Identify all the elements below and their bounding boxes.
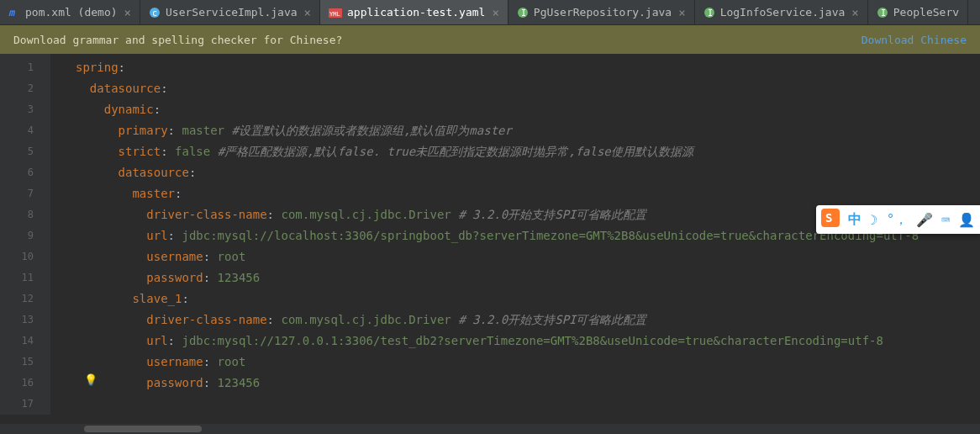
line-number: 2 (0, 78, 50, 99)
code-line[interactable]: driver-class-name: com.mysql.cj.jdbc.Dri… (76, 310, 919, 331)
tab-label: application-test.yaml (347, 6, 485, 19)
line-number: 10 (0, 246, 50, 267)
close-icon[interactable]: × (678, 6, 685, 19)
code-line[interactable]: url: jdbc:mysql://127.0.0.1:3306/test_db… (76, 331, 919, 352)
svg-text:I: I (521, 8, 526, 18)
line-gutter: 1234567891011121314151617 (0, 54, 50, 415)
code-line[interactable]: datasource: (76, 78, 919, 99)
tab-bar: m pom.xml (demo) × c UserServiceImpl.jav… (0, 0, 980, 25)
code-line[interactable] (76, 394, 919, 415)
code-editor[interactable]: 1234567891011121314151617 spring: dataso… (0, 54, 980, 415)
tab-userservice[interactable]: c UserServiceImpl.java × (140, 0, 320, 24)
code-area[interactable]: spring: datasource: dynamic: primary: ma… (50, 54, 919, 415)
code-line[interactable]: password: 123456 (76, 373, 919, 394)
code-line[interactable]: spring: (76, 57, 919, 78)
line-number: 11 (0, 267, 50, 288)
tab-application-test[interactable]: YML application-test.yaml × (320, 0, 508, 24)
tab-pguserrepo[interactable]: I PgUserRepository.java × (508, 0, 695, 24)
maven-icon: m (8, 7, 20, 19)
tab-peopleserv[interactable]: I PeopleServ (868, 0, 968, 24)
code-line[interactable]: datasource: (76, 162, 919, 183)
punctuation-icon[interactable]: °， (887, 211, 909, 229)
svg-text:I: I (708, 8, 713, 18)
banner-message: Download grammar and spelling checker fo… (13, 34, 342, 46)
horizontal-scrollbar[interactable] (0, 424, 980, 434)
banner-action-link[interactable]: Download Chinese (861, 34, 967, 46)
code-line[interactable]: master: (76, 183, 919, 204)
sogou-logo-icon: S (821, 209, 840, 230)
svg-text:YML: YML (329, 11, 340, 18)
line-number: 7 (0, 183, 50, 204)
code-line[interactable]: driver-class-name: com.mysql.cj.jdbc.Dri… (76, 204, 919, 225)
line-number: 8 (0, 204, 50, 225)
keyboard-icon[interactable]: ⌨ (941, 212, 950, 228)
line-number: 13 (0, 310, 50, 331)
yaml-icon: YML (329, 7, 342, 19)
code-line[interactable]: slave_1: (76, 288, 919, 310)
close-icon[interactable]: × (492, 6, 498, 19)
line-number: 5 (0, 141, 50, 162)
java-interface-icon: I (877, 7, 888, 19)
close-icon[interactable]: × (124, 6, 131, 19)
close-icon[interactable]: × (851, 6, 858, 19)
tab-label: PeopleServ (893, 6, 959, 19)
code-line[interactable]: url: jdbc:mysql://localhost:3306/springb… (76, 225, 919, 246)
code-line[interactable]: strict: false #严格匹配数据源,默认false. true未匹配到… (76, 141, 919, 162)
svg-text:c: c (152, 8, 157, 18)
scrollbar-thumb[interactable] (84, 426, 202, 432)
notification-banner: Download grammar and spelling checker fo… (0, 25, 980, 54)
code-line[interactable]: username: root (76, 246, 919, 267)
code-line[interactable]: password: 123456 (76, 267, 919, 288)
java-class-icon: c (149, 7, 161, 19)
svg-text:m: m (8, 7, 16, 19)
line-number: 14 (0, 331, 50, 352)
code-line[interactable]: dynamic: (76, 99, 919, 120)
svg-text:I: I (881, 8, 886, 18)
line-number: 9 (0, 225, 50, 246)
user-icon[interactable]: 👤 (958, 212, 975, 228)
ime-lang-indicator[interactable]: 中 (848, 211, 861, 229)
code-line[interactable]: primary: master #设置默认的数据源或者数据源组,默认值即为mas… (76, 120, 919, 141)
moon-icon[interactable]: ☽ (870, 212, 878, 228)
line-number: 3 (0, 99, 50, 120)
svg-text:S: S (825, 211, 832, 225)
tab-pom[interactable]: m pom.xml (demo) × (0, 0, 140, 24)
close-icon[interactable]: × (304, 6, 311, 19)
microphone-icon[interactable]: 🎤 (916, 212, 933, 228)
line-number: 17 (0, 394, 50, 415)
tab-label: LogInfoService.java (720, 6, 846, 19)
line-number: 15 (0, 352, 50, 373)
tab-loginfoservice[interactable]: I LogInfoService.java × (695, 0, 868, 24)
line-number: 16 (0, 373, 50, 394)
code-line[interactable]: username: root (76, 352, 919, 373)
tab-label: UserServiceImpl.java (166, 6, 298, 19)
tab-label: pom.xml (demo) (25, 6, 118, 19)
line-number: 6 (0, 162, 50, 183)
java-interface-icon: I (703, 7, 715, 19)
line-number: 4 (0, 120, 50, 141)
line-number: 12 (0, 288, 50, 310)
tab-label: PgUserRepository.java (534, 6, 672, 19)
ime-toolbar[interactable]: S 中 ☽ °， 🎤 ⌨ 👤 (816, 205, 980, 234)
java-interface-icon: I (517, 7, 529, 19)
intention-bulb-icon[interactable]: 💡 (84, 373, 97, 386)
line-number: 1 (0, 57, 50, 78)
